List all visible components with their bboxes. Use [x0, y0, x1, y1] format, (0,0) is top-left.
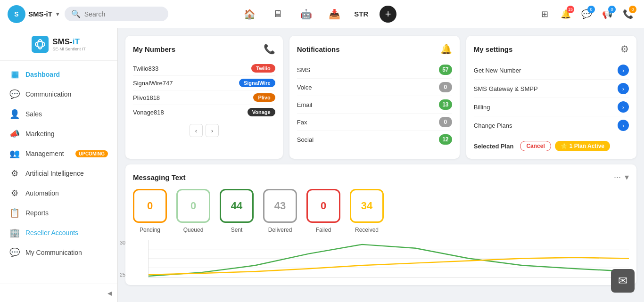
sidebar-logo: SMS-iT SE-Mi Sentient IT	[0, 28, 117, 61]
apps-grid-button[interactable]: ⊞	[537, 6, 553, 23]
sidebar-item-communication[interactable]: 💬 Communication	[0, 84, 117, 104]
provider-badge: Twilio	[251, 64, 275, 73]
messaging-title: Messaging Text	[133, 173, 185, 181]
sidebar-nav: ▦ Dashboard 💬 Communication 👤 Sales 📣 Ma…	[0, 61, 117, 284]
home-icon-btn[interactable]: 🏠	[241, 6, 258, 23]
search-input[interactable]	[84, 10, 162, 18]
settings-arrow[interactable]: ›	[618, 83, 629, 94]
number-item: Plivo1818 Plivo	[133, 90, 275, 105]
logo-sub: SE-Mi Sentient IT	[52, 47, 86, 51]
notification-item: Voice 0	[297, 79, 452, 96]
sidebar-item-sales[interactable]: 👤 Sales	[0, 104, 117, 124]
sidebar-item-management[interactable]: 👥 Management UPCOMING	[0, 144, 117, 163]
phone-button[interactable]: 📞 0	[619, 6, 636, 23]
cancel-plan-button[interactable]: Cancel	[520, 141, 551, 151]
nav-icon-automation: ⚙	[9, 188, 20, 198]
badge-management: UPCOMING	[75, 150, 108, 157]
sidebar-item-reseller[interactable]: 🏢 Reseller Accounts	[0, 223, 117, 243]
stat-label: Queued	[183, 227, 204, 233]
plan-active-button[interactable]: ⭐ 1 Plan Active	[555, 141, 610, 151]
stat-item-received: 34 Received	[350, 189, 384, 233]
my-settings-card: My settings ⚙ Get New Number ›SMS Gatewa…	[466, 36, 636, 159]
number-item: Vonage818 Vonage	[133, 105, 275, 119]
notif-count: 13	[439, 99, 452, 110]
stat-item-delivered: 43 Delivered	[263, 189, 297, 233]
sidebar-item-my-communication[interactable]: 💬 My Communication	[0, 243, 117, 262]
apps-grid-icon: ⊞	[541, 9, 548, 19]
stat-label: Delivered	[268, 227, 292, 233]
sidebar-item-reports[interactable]: 📋 Reports	[0, 203, 117, 223]
prev-page-button[interactable]: ‹	[190, 124, 203, 137]
sidebar-item-marketing[interactable]: 📣 Marketing	[0, 124, 117, 144]
sidebar-collapse[interactable]: ◂	[0, 284, 117, 302]
stats-row: 0 Pending0 Queued44 Sent43 Delivered0 Fa…	[133, 189, 629, 233]
megaphone-button[interactable]: 📢 0	[599, 6, 616, 23]
inbox-icon: 📥	[329, 8, 340, 20]
sidebar: SMS-iT SE-Mi Sentient IT ▦ Dashboard 💬 C…	[0, 28, 118, 302]
chart-area	[148, 240, 629, 278]
number-item: Twilio833 Twilio	[133, 61, 275, 76]
collapse-icon[interactable]: ◂	[107, 288, 112, 298]
settings-item: Change Plans ›	[474, 116, 629, 134]
notifications-title: Notifications	[297, 45, 340, 53]
notif-count: 57	[439, 65, 452, 75]
brand-logo[interactable]: S SMS-iT ▾	[8, 5, 59, 23]
more-options-button[interactable]: ···	[614, 172, 621, 182]
settings-arrow[interactable]: ›	[618, 65, 629, 76]
notifications-card: Notifications 🔔 SMS 57Voice 0Email 13Fax…	[289, 36, 460, 159]
pagination: ‹ ›	[133, 124, 275, 137]
number-item: SignalWire747 SignalWire	[133, 76, 275, 90]
main-layout: SMS-iT SE-Mi Sentient IT ▦ Dashboard 💬 C…	[0, 28, 644, 302]
sidebar-item-ai[interactable]: ⚙ Artificial Intelligence	[0, 163, 117, 183]
inbox-icon-btn[interactable]: 📥	[326, 6, 343, 23]
stat-item-failed: 0 Failed	[306, 189, 340, 233]
nav-icon-reports: 📋	[9, 208, 20, 218]
nav-icon-sales: 👤	[9, 109, 20, 119]
yellow-line	[149, 258, 629, 275]
nav-icon-dashboard: ▦	[9, 69, 20, 80]
home-icon: 🏠	[244, 8, 256, 20]
nav-center: 🏠 🖥 🤖 📥 STR +	[241, 6, 396, 23]
next-page-button[interactable]: ›	[206, 124, 219, 137]
settings-arrow[interactable]: ›	[618, 101, 629, 113]
sidebar-item-dashboard[interactable]: ▦ Dashboard	[0, 65, 117, 84]
search-box[interactable]: 🔍	[65, 7, 168, 21]
add-button[interactable]: +	[380, 6, 396, 23]
my-numbers-header: My Numbers 📞	[133, 43, 275, 55]
main-content: My Numbers 📞 Twilio833 TwilioSignalWire7…	[118, 28, 644, 302]
settings-arrow[interactable]: ›	[618, 120, 629, 131]
provider-badge: Vonage	[248, 108, 275, 116]
brand-dropdown-chevron: ▾	[56, 11, 59, 17]
chat-icon: ✉	[618, 274, 627, 287]
stat-item-pending: 0 Pending	[133, 189, 167, 233]
top-nav: S SMS-iT ▾ 🔍 🏠 🖥 🤖 📥 STR + ⊞ 🔔 15	[0, 0, 644, 28]
brand-name: SMS-iT	[28, 10, 52, 18]
cards-row: My Numbers 📞 Twilio833 TwilioSignalWire7…	[125, 36, 636, 159]
sidebar-item-automation[interactable]: ⚙ Automation	[0, 183, 117, 203]
stat-circle: 0	[133, 189, 167, 223]
notifications-list: SMS 57Voice 0Email 13Fax 0Social 12	[297, 61, 452, 148]
my-settings-header: My settings ⚙	[474, 43, 629, 55]
selected-plan-row: Selected Plan Cancel ⭐ 1 Plan Active	[474, 138, 629, 151]
stat-circle: 44	[220, 189, 254, 223]
stat-circle: 34	[350, 189, 384, 223]
provider-badge: Plivo	[253, 93, 275, 102]
stat-circle: 0	[176, 189, 210, 223]
expand-button[interactable]: ▾	[625, 172, 629, 182]
notification-item: SMS 57	[297, 61, 452, 79]
messages-button[interactable]: 💬 0	[578, 6, 595, 23]
monitor-icon-btn[interactable]: 🖥	[269, 6, 286, 23]
notifications-badge: 15	[567, 6, 574, 13]
nav-icon-communication: 💬	[9, 89, 20, 99]
my-settings-title: My settings	[474, 45, 513, 53]
chart-y-labels: 30 25	[120, 240, 125, 278]
chat-support-button[interactable]: ✉	[611, 269, 635, 293]
my-numbers-title: My Numbers	[133, 45, 175, 53]
nav-label-my-communication: My Communication	[25, 249, 82, 256]
search-icon: 🔍	[71, 9, 81, 18]
robot-icon-btn[interactable]: 🤖	[297, 6, 314, 23]
stat-label: Received	[355, 227, 379, 233]
notif-count: 0	[439, 82, 452, 92]
notifications-button[interactable]: 🔔 15	[557, 6, 574, 23]
messaging-actions: ··· ▾	[614, 172, 629, 182]
